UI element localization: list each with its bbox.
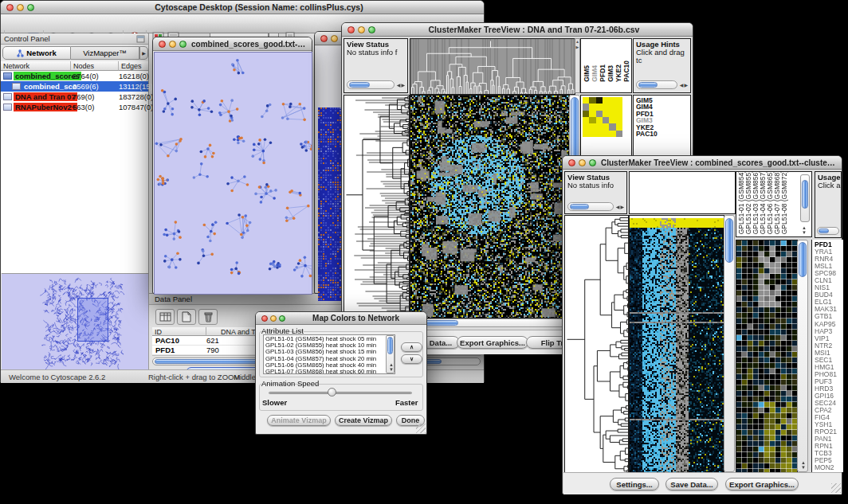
column-label[interactable]: GIM4	[591, 65, 599, 82]
treeview2-zoom-button[interactable]	[589, 159, 596, 166]
new-attribute-button[interactable]	[177, 309, 196, 325]
treeview1-column-dendrogram[interactable]	[410, 38, 575, 95]
column-labels-vscroll[interactable]	[800, 174, 810, 222]
view-status-scrollbar[interactable]	[567, 202, 614, 211]
treeview2-row-dendrogram[interactable]	[564, 215, 629, 474]
minimap-cell	[603, 111, 609, 117]
treeview2-heatmap[interactable]	[629, 215, 724, 474]
tab-vizmapper[interactable]: VizMapper™	[71, 46, 139, 60]
treeview1-zoom-button[interactable]	[368, 26, 375, 33]
treeview1-row-dendrogram[interactable]	[344, 95, 410, 318]
scroll-arrows[interactable]: ◀▶	[616, 204, 625, 209]
delete-attribute-button[interactable]	[198, 309, 218, 325]
settings-button[interactable]: Settings...	[610, 478, 659, 490]
col-nodes[interactable]: Nodes	[71, 61, 119, 71]
scroll-arrows[interactable]: ▲▼	[802, 225, 807, 235]
float-panel-icon[interactable]	[136, 35, 145, 43]
minimap-cell	[589, 123, 595, 130]
dense-network-canvas[interactable]	[318, 107, 343, 301]
treeview2-detail-heatmap[interactable]	[736, 240, 798, 474]
minimize-button[interactable]	[17, 4, 24, 11]
scroll-arrows[interactable]: ▲▼	[801, 460, 807, 470]
scroll-arrows[interactable]: ◀▶	[397, 82, 406, 88]
dialog-close-button[interactable]	[261, 315, 268, 322]
resize-grip[interactable]	[416, 424, 426, 433]
usage-hints-scrollbar[interactable]	[636, 80, 677, 89]
network2-close-button[interactable]	[320, 35, 328, 42]
network1-title: combined_scores_good.txt--cluste...	[186, 40, 312, 49]
attribute-list-item[interactable]: GPL51-07 (GSM868) heat shock 60 min	[265, 369, 395, 374]
scroll-arrows[interactable]: ▲▼	[389, 362, 395, 372]
column-label[interactable]: GIM3	[607, 65, 614, 82]
tv1-minimap[interactable]	[583, 97, 622, 137]
treeview1-minimize-button[interactable]	[358, 26, 365, 33]
save-data-button[interactable]: Save Data...	[665, 478, 718, 490]
network1-close-button[interactable]	[159, 41, 166, 48]
create-vizmap-button[interactable]: Create Vizmap	[335, 415, 392, 426]
close-button[interactable]	[6, 4, 14, 11]
treeview1-hscroll[interactable]	[410, 318, 568, 327]
animate-vizmap-button[interactable]: Animate Vizmap	[267, 415, 331, 426]
gene-label[interactable]: MON2	[815, 464, 843, 471]
col-edges[interactable]: Edges	[119, 61, 148, 71]
network1-titlebar[interactable]: combined_scores_good.txt--cluste...	[153, 37, 312, 51]
column-label[interactable]: YKE2	[615, 64, 622, 82]
tab-network[interactable]: Network	[2, 46, 71, 60]
scroll-arrows[interactable]: ◀▶	[680, 82, 689, 88]
save-data-button[interactable]: Data...	[422, 336, 460, 349]
column-label[interactable]: GIM5	[583, 65, 591, 82]
animation-speed-slider-track[interactable]	[269, 392, 412, 394]
treeview1-splitter[interactable]: ▲▶	[575, 38, 580, 93]
tab-overflow-button[interactable]: ▶	[139, 46, 148, 60]
treeview1-column-labels: GIM5GIM4PFD1GIM3YKE2PAC10	[580, 38, 632, 93]
move-down-button[interactable]: ∨	[401, 354, 422, 364]
treeview2-vscroll[interactable]	[724, 215, 735, 472]
minimap-cell	[596, 104, 603, 110]
resize-grip[interactable]	[831, 483, 841, 493]
export-graphics-button[interactable]: Export Graphics...	[725, 478, 799, 490]
usage-hints-scrollbar[interactable]	[817, 227, 839, 235]
dialog-minimize-button[interactable]	[270, 315, 277, 322]
treeview2-detail-vscroll[interactable]: ▲▼	[797, 240, 808, 472]
network2-minimize-button[interactable]	[331, 35, 338, 42]
zoom-button[interactable]	[27, 4, 34, 11]
attribute-list-scrollbar[interactable]: ▲▼	[386, 335, 395, 373]
row-label[interactable]: PAC10	[636, 131, 690, 137]
minimap-cell	[609, 104, 615, 110]
dialog-titlebar[interactable]: Map Colors to Network	[256, 312, 426, 325]
treeview2-vscroll-thumb[interactable]	[725, 218, 733, 263]
birdseye-view[interactable]	[2, 273, 148, 369]
status-zoom-hint: Right-click + drag to ZOOM	[148, 373, 240, 381]
treeview2-gene-list: PFD1YRA1RNR4MSL1SPC98CLN1NIS1BUD4ELG1MAK…	[811, 240, 843, 472]
attribute-select-button[interactable]	[155, 309, 175, 325]
network-row[interactable]: combined_scores 2764(0) 16218(0)	[1, 71, 148, 81]
treeview2-detail-vscroll-thumb[interactable]	[799, 242, 807, 277]
network-view-canvas[interactable]	[154, 52, 312, 295]
treeview1-close-button[interactable]	[347, 26, 355, 33]
export-graphics-button[interactable]: Export Graphics...	[457, 336, 528, 349]
treeview2-close-button[interactable]	[568, 159, 575, 166]
treeview2-titlebar[interactable]: ClusterMaker TreeView : combined_scores_…	[563, 156, 842, 170]
dialog-zoom-button[interactable]	[279, 315, 285, 322]
network-row[interactable]: combined_sco 2569(6) 13112(15)	[1, 81, 148, 92]
treeview2-column-dendrogram[interactable]	[629, 171, 736, 214]
animation-speed-slider-thumb[interactable]	[328, 388, 336, 397]
treeview1-titlebar[interactable]: ClusterMaker TreeView : DNA and Tran 07-…	[342, 23, 693, 37]
minimap-cell	[589, 104, 595, 110]
main-titlebar[interactable]: Cytoscape Desktop (Session Name: collins…	[1, 1, 484, 14]
treeview1-heatmap[interactable]	[410, 95, 570, 318]
data-col-id[interactable]: ID	[152, 327, 206, 336]
network-row[interactable]: RNAPuberNov2+ 563(0) 107847(0)	[1, 102, 148, 112]
column-label[interactable]: GPL51-08 (GSM872)	[781, 171, 788, 234]
col-network[interactable]: Network	[1, 61, 71, 71]
minimap-cell	[589, 131, 595, 137]
usage-hints-text: Click and drag tc	[634, 49, 690, 64]
network-row[interactable]: DNA and Tran 07 769(0) 183728(0)	[1, 92, 148, 102]
network1-minimize-button[interactable]	[169, 41, 176, 48]
move-up-button[interactable]: ∧	[401, 342, 422, 352]
view-status-scrollbar[interactable]	[347, 80, 395, 89]
network1-zoom-button[interactable]	[179, 41, 186, 48]
column-label[interactable]: PFD1	[599, 64, 607, 82]
column-label[interactable]: PAC10	[623, 61, 630, 82]
treeview2-minimize-button[interactable]	[579, 159, 586, 166]
